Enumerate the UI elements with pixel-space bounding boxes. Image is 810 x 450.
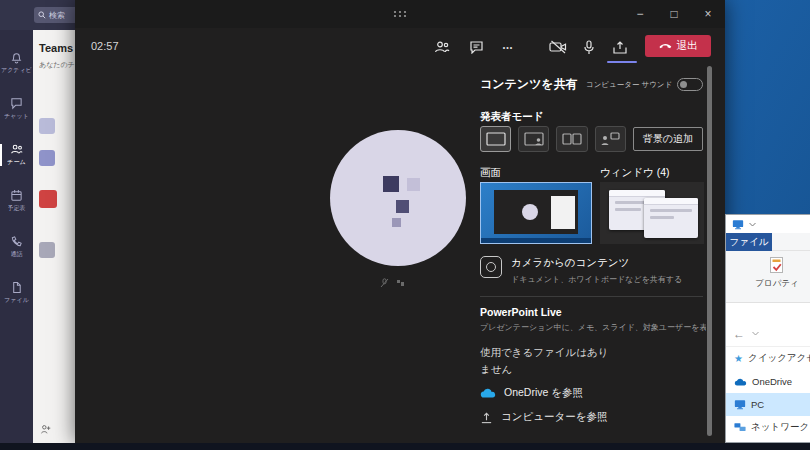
cloud-icon — [734, 378, 747, 386]
avatar-shape — [392, 218, 401, 227]
browse-onedrive-item[interactable]: OneDrive を参照 — [480, 386, 583, 400]
camera-content-item[interactable]: カメラからのコンテンツ ドキュメント、ホワイトボードなどを共有する — [480, 256, 703, 285]
teams-subheading: あなたのチーム — [33, 54, 80, 70]
nav-item-pc[interactable]: PC — [726, 393, 810, 416]
network-icon — [734, 422, 746, 433]
thumbnail-panel — [551, 196, 575, 229]
teams-heading: Teams — [33, 30, 80, 54]
back-button[interactable]: ← — [733, 327, 745, 341]
nav-item-network[interactable]: ネットワーク — [726, 416, 810, 439]
camera-off-button[interactable] — [547, 37, 569, 57]
search-input[interactable]: 検索 — [34, 7, 80, 23]
team-avatar[interactable] — [39, 118, 55, 134]
presenter-mode-label: 発表者モード — [480, 110, 544, 124]
window-card — [644, 198, 698, 238]
chat-button[interactable] — [465, 37, 487, 57]
teams-app-window: 検索 アクティビティ チャット チーム 予定表 通話 — [0, 0, 80, 443]
computer-sound-label: コンピューター サウンドを含む — [586, 80, 672, 90]
avatar-shape — [383, 176, 399, 192]
hangup-icon — [659, 43, 672, 49]
join-team-icon[interactable] — [40, 423, 52, 435]
onedrive-cloud-icon — [480, 388, 496, 398]
sidebar-item-teams[interactable]: チーム — [0, 132, 33, 178]
participants-button[interactable] — [431, 37, 453, 57]
presenter-mode-content-only[interactable] — [480, 126, 511, 152]
muted-mic-icon — [380, 278, 389, 288]
search-placeholder: 検索 — [49, 10, 65, 21]
calendar-icon — [10, 189, 23, 202]
presenter-mode-standout[interactable] — [518, 126, 549, 152]
meeting-toolbar: 02:57 ••• 退出 — [75, 28, 725, 64]
pc-monitor-icon — [732, 219, 744, 230]
desktop: 検索 アクティビティ チャット チーム 予定表 通話 — [0, 0, 810, 450]
ribbon-tabs-rest — [772, 233, 810, 251]
window-section-label: ウィンドウ (4) — [600, 166, 669, 180]
search-icon — [38, 11, 46, 19]
microphone-button[interactable] — [578, 37, 600, 57]
panel-divider — [480, 296, 703, 297]
avatar-shape — [407, 178, 420, 191]
panel-scrollbar[interactable] — [707, 66, 712, 436]
presenter-mode-reporter[interactable] — [595, 126, 626, 152]
nav-item-onedrive[interactable]: OneDrive — [726, 370, 810, 393]
avatar-shape — [396, 200, 409, 213]
team-avatar[interactable] — [39, 150, 55, 166]
team-avatar[interactable] — [39, 190, 57, 208]
file-tab[interactable]: ファイル — [726, 233, 772, 251]
sidebar-item-calls[interactable]: 通話 — [0, 224, 33, 270]
browse-computer-item[interactable]: コンピューターを参照 — [480, 410, 607, 424]
powerpoint-live-title: PowerPoint Live — [480, 306, 562, 318]
chat-icon — [10, 97, 23, 110]
meeting-window: − □ × 02:57 ••• — [75, 0, 725, 443]
meeting-timer: 02:57 — [91, 40, 119, 52]
file-icon — [10, 281, 23, 294]
browse-computer-label: コンピューターを参照 — [501, 410, 607, 424]
explorer-quick-toolbar — [726, 215, 810, 233]
minimize-button[interactable]: − — [623, 0, 657, 28]
teams-left-rail: アクティビティ チャット チーム 予定表 通話 ファイル — [0, 30, 33, 443]
thumbnail-taskbar — [481, 238, 591, 243]
phone-icon — [10, 235, 23, 248]
participant-status — [380, 278, 405, 288]
explorer-ribbon: プロパティ — [726, 251, 810, 303]
sidebar-item-files[interactable]: ファイル — [0, 270, 33, 316]
add-background-button[interactable]: 背景の追加 — [633, 127, 703, 151]
sidebar-item-activity[interactable]: アクティビティ — [0, 40, 33, 86]
sidebar-item-calendar[interactable]: 予定表 — [0, 178, 33, 224]
camera-content-icon — [480, 256, 502, 278]
team-avatar[interactable] — [39, 242, 55, 258]
thumbnail-avatar — [522, 204, 538, 220]
window-share-thumbnail[interactable] — [600, 182, 704, 244]
participant-avatar — [330, 130, 466, 266]
meeting-titlebar[interactable]: − □ × — [75, 0, 725, 28]
window-grip-icon — [393, 10, 407, 18]
teams-list-pane: Teams あなたのチーム — [33, 30, 80, 443]
chevron-down-icon[interactable] — [749, 222, 756, 227]
screen-share-thumbnail[interactable] — [480, 182, 592, 244]
nav-item-quick-access[interactable]: ★ クイックアクセス — [726, 347, 810, 370]
teams-titlebar: 検索 — [0, 0, 80, 30]
camera-content-title: カメラからのコンテンツ — [511, 256, 682, 270]
share-button[interactable] — [609, 37, 631, 57]
leave-button[interactable]: 退出 — [645, 35, 711, 57]
close-button[interactable]: × — [691, 0, 725, 28]
powerpoint-live-subtitle: プレゼンテーション中に、メモ、スライド、対象ユーザーを表示します — [480, 322, 706, 333]
properties-label: プロパティ — [755, 278, 799, 290]
no-files-message: 使用できるファイルはありません — [480, 344, 616, 378]
more-options-button[interactable]: ••• — [497, 37, 519, 57]
windows-taskbar[interactable] — [0, 443, 810, 450]
properties-icon — [767, 255, 787, 275]
upload-icon — [480, 411, 493, 424]
computer-sound-toggle[interactable] — [677, 78, 703, 91]
panel-title: コンテンツを共有 — [480, 76, 578, 93]
nav-chevron-icon[interactable] — [752, 331, 759, 336]
presenter-mode-side-by-side[interactable] — [556, 126, 587, 152]
file-explorer-window: ファイル プロパティ ← ★ クイックアクセス One — [725, 214, 810, 443]
share-active-indicator — [607, 61, 637, 63]
sidebar-item-chat[interactable]: チャット — [0, 86, 33, 132]
properties-button[interactable]: プロパティ — [752, 255, 802, 290]
thumbnail-window — [494, 190, 578, 234]
star-icon: ★ — [734, 353, 743, 364]
camera-content-subtitle: ドキュメント、ホワイトボードなどを共有する — [511, 274, 682, 285]
maximize-button[interactable]: □ — [657, 0, 691, 28]
